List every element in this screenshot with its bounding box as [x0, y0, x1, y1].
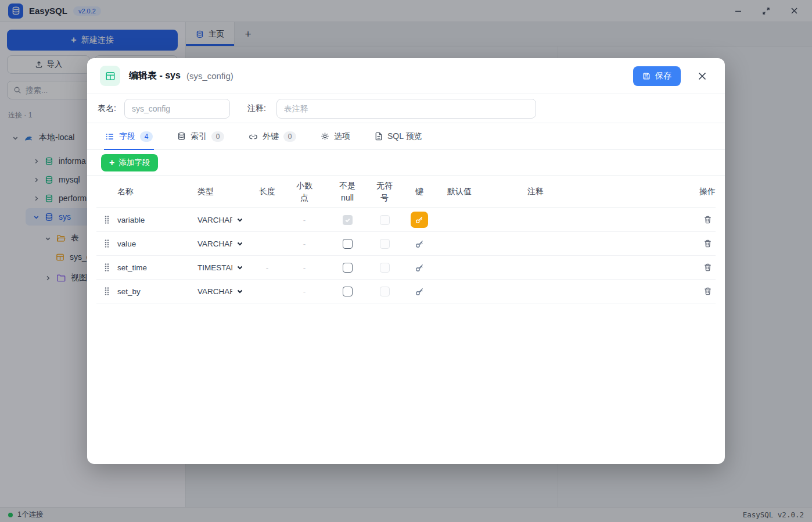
close-icon	[698, 71, 707, 81]
drag-handle-icon[interactable]	[96, 215, 117, 224]
field-name[interactable]: value	[117, 239, 197, 248]
check-icon	[344, 217, 351, 223]
tab-foreign-keys-label: 外键	[263, 131, 279, 142]
key-icon[interactable]	[415, 287, 425, 296]
field-name[interactable]: set_by	[117, 287, 197, 296]
col-type: 类型	[197, 187, 256, 197]
trash-icon	[703, 239, 712, 248]
tab-options[interactable]: 选项	[319, 123, 351, 149]
field-actions	[688, 284, 716, 298]
field-decimal[interactable]: -	[279, 216, 330, 224]
field-not-null-cell	[330, 215, 365, 225]
unsigned-checkbox[interactable]	[380, 239, 390, 249]
field-key-cell	[404, 287, 434, 296]
tab-indexes[interactable]: 索引 0	[176, 123, 225, 149]
field-name[interactable]: set_time	[117, 263, 197, 272]
foreign-keys-count-badge: 0	[283, 131, 296, 142]
tab-sql-preview-label: SQL 预览	[387, 131, 422, 142]
not-null-checkbox[interactable]	[343, 263, 353, 273]
drag-handle-icon[interactable]	[96, 239, 117, 248]
field-unsigned-cell	[365, 287, 404, 296]
modal-title: 编辑表 - sys	[129, 70, 181, 82]
field-not-null-cell	[330, 239, 365, 249]
add-field-button[interactable]: + 添加字段	[101, 154, 158, 171]
field-decimal[interactable]: -	[279, 287, 330, 296]
field-actions	[688, 237, 716, 251]
field-unsigned-cell	[365, 215, 404, 225]
field-length[interactable]: -	[256, 263, 279, 272]
chevron-down-icon	[236, 264, 243, 271]
table-comment-input[interactable]	[276, 99, 536, 119]
unsigned-checkbox[interactable]	[380, 263, 390, 273]
col-not-null: 不是null	[330, 180, 365, 204]
tab-foreign-keys[interactable]: 外键 0	[247, 123, 297, 149]
app-window: EasySQL v2.0.2 + 新建连接 导入 连接	[0, 0, 812, 522]
tab-fields-label: 字段	[119, 131, 135, 142]
table-icon	[100, 66, 120, 86]
link-icon	[249, 132, 258, 141]
field-key-cell	[404, 263, 434, 273]
field-type-select[interactable]: TIMESTAMP	[197, 263, 256, 272]
drag-handle-icon[interactable]	[96, 263, 117, 272]
fields-table: 名称 类型 长度 小数点 不是null 无符号 键 默认值 注释 操作 vari…	[87, 176, 725, 303]
tab-fields[interactable]: 字段 4	[104, 123, 154, 149]
field-actions	[688, 260, 716, 274]
col-default: 默认值	[434, 187, 520, 197]
delete-field-button[interactable]	[700, 284, 714, 298]
drag-handle-icon[interactable]	[96, 287, 117, 296]
not-null-checkbox[interactable]	[343, 239, 353, 249]
trash-icon	[703, 287, 712, 296]
field-not-null-cell	[330, 263, 365, 273]
field-type-select[interactable]: VARCHAR	[197, 287, 256, 296]
field-type-select[interactable]: VARCHAR	[197, 216, 256, 224]
field-key-cell	[404, 212, 434, 228]
table-comment-label: 注释:	[247, 103, 266, 114]
fields-toolbar: + 添加字段	[87, 150, 725, 176]
modal-close-button[interactable]	[696, 70, 709, 83]
save-button[interactable]: 保存	[633, 66, 681, 86]
unsigned-checkbox[interactable]	[380, 287, 390, 296]
col-name: 名称	[117, 187, 197, 197]
col-length: 长度	[256, 187, 279, 197]
col-unsigned: 无符号	[365, 180, 404, 204]
database-icon	[177, 132, 186, 141]
field-unsigned-cell	[365, 263, 404, 273]
save-icon	[642, 72, 651, 80]
list-icon	[105, 132, 114, 141]
field-row: value VARCHAR -	[96, 232, 716, 256]
tab-indexes-label: 索引	[191, 131, 207, 142]
table-name-input[interactable]	[124, 99, 230, 119]
key-icon[interactable]	[415, 263, 425, 273]
delete-field-button[interactable]	[700, 260, 714, 274]
field-unsigned-cell	[365, 239, 404, 249]
unsigned-checkbox[interactable]	[380, 215, 390, 225]
edit-table-modal: 编辑表 - sys (sys_config) 保存 表名: 注释: 字段	[87, 58, 725, 464]
plus-icon: +	[109, 158, 114, 168]
indexes-count-badge: 0	[211, 131, 224, 142]
field-key-cell	[404, 239, 434, 249]
field-row: set_by VARCHAR -	[96, 280, 716, 303]
delete-field-button[interactable]	[700, 237, 714, 251]
field-decimal[interactable]: -	[279, 239, 330, 248]
field-not-null-cell	[330, 287, 365, 296]
chevron-down-icon	[236, 240, 243, 247]
document-icon	[375, 132, 383, 141]
field-type-select[interactable]: VARCHAR	[197, 239, 256, 248]
field-decimal[interactable]: -	[279, 263, 330, 272]
delete-field-button[interactable]	[700, 213, 714, 227]
primary-key-icon[interactable]	[411, 212, 428, 228]
field-name[interactable]: variable	[117, 216, 197, 224]
save-label: 保存	[655, 71, 671, 81]
add-field-label: 添加字段	[118, 158, 150, 168]
chevron-down-icon	[236, 216, 243, 223]
tab-sql-preview[interactable]: SQL 预览	[373, 123, 423, 149]
table-name-label: 表名:	[98, 103, 116, 114]
chevron-down-icon	[236, 288, 243, 295]
col-key: 键	[404, 187, 434, 197]
key-icon[interactable]	[415, 239, 425, 249]
field-actions	[688, 213, 716, 227]
table-info-form: 表名: 注释:	[87, 94, 725, 123]
not-null-checkbox[interactable]	[343, 215, 353, 225]
not-null-checkbox[interactable]	[343, 287, 353, 296]
field-row: set_time TIMESTAMP - -	[96, 256, 716, 280]
